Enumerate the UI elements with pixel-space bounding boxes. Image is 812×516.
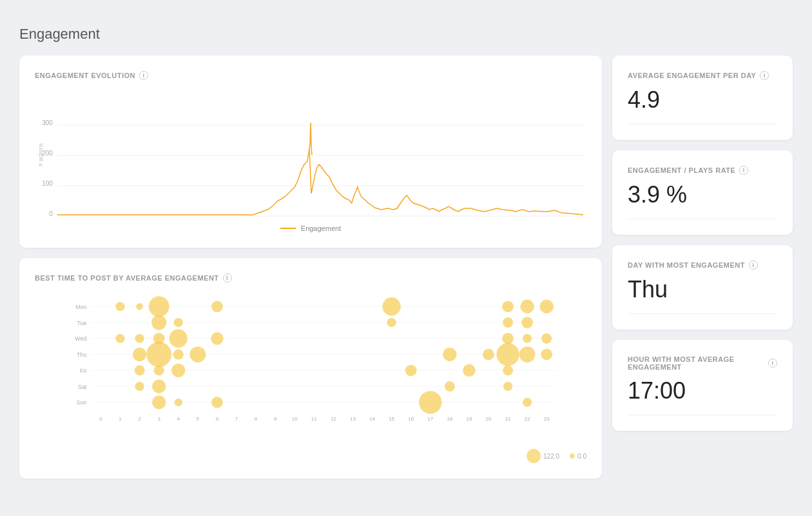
left-column: ENGAGEMENT EVOLUTION i 0 100 200 300 # a… — [19, 55, 602, 479]
hour-most-engagement-value: 17:00 — [628, 377, 777, 404]
svg-text:3: 3 — [157, 416, 160, 422]
bubble-chart-container: MonTueWedThuFriSatSun0123456789101112131… — [35, 293, 586, 463]
hour-most-engagement-card: HOUR WITH MOST AVERAGE ENGAGEMENT i 17:0… — [612, 340, 793, 431]
svg-text:16: 16 — [408, 416, 414, 422]
svg-point-64 — [382, 297, 400, 315]
engagement-legend: Engagement — [35, 224, 586, 232]
legend-line — [280, 228, 296, 229]
svg-point-103 — [419, 391, 441, 413]
svg-point-92 — [171, 364, 185, 377]
svg-text:13: 13 — [350, 416, 356, 422]
svg-point-71 — [503, 317, 513, 328]
svg-point-72 — [521, 317, 533, 328]
svg-text:21: 21 — [505, 416, 511, 422]
svg-point-90 — [135, 365, 145, 375]
svg-point-98 — [445, 381, 455, 392]
svg-text:11: 11 — [311, 416, 317, 422]
svg-point-88 — [519, 346, 536, 362]
svg-text:Sun: Sun — [77, 399, 87, 406]
svg-point-81 — [133, 348, 146, 361]
svg-text:100: 100 — [42, 180, 53, 187]
svg-point-80 — [541, 333, 552, 344]
svg-point-79 — [523, 334, 532, 343]
best-time-info-icon[interactable]: i — [223, 273, 232, 283]
engagement-plays-card: ENGAGEMENT / PLAYS RATE i 3.9 % — [612, 150, 793, 235]
day-most-engagement-label: DAY WITH MOST ENGAGEMENT i — [628, 261, 777, 270]
legend-circle-small — [570, 453, 575, 459]
svg-text:18: 18 — [447, 416, 452, 422]
svg-point-97 — [152, 379, 166, 393]
svg-point-100 — [152, 395, 166, 409]
svg-text:14: 14 — [369, 416, 375, 422]
svg-text:2: 2 — [138, 416, 141, 422]
svg-point-66 — [521, 300, 534, 313]
svg-point-94 — [463, 364, 475, 377]
main-layout: ENGAGEMENT EVOLUTION i 0 100 200 300 # a… — [19, 55, 793, 479]
svg-point-84 — [189, 346, 206, 362]
svg-text:7: 7 — [235, 416, 238, 422]
divider-4 — [628, 415, 777, 415]
day-most-engagement-card: DAY WITH MOST ENGAGEMENT i Thu — [612, 245, 793, 330]
engagement-plays-info-icon[interactable]: i — [739, 166, 748, 175]
bubble-legend-max: 122.0 — [527, 449, 559, 463]
engagement-evolution-chart: 0 100 200 300 # actions Apr '22 May '22 … — [35, 90, 586, 219]
engagement-line-chart-svg: 0 100 200 300 # actions Apr '22 May '22 … — [35, 90, 586, 219]
svg-point-65 — [502, 301, 514, 312]
svg-point-102 — [211, 397, 223, 408]
svg-text:9: 9 — [274, 416, 277, 422]
bubble-legend: 122.0 0.0 — [35, 449, 586, 463]
svg-point-86 — [483, 349, 494, 361]
engagement-evolution-info-icon[interactable]: i — [139, 71, 148, 80]
svg-text:Wed: Wed — [75, 335, 86, 342]
day-most-engagement-info-icon[interactable]: i — [749, 261, 758, 270]
avg-engagement-label: AVERAGE ENGAGEMENT PER DAY i — [628, 71, 777, 80]
svg-text:6: 6 — [216, 416, 219, 422]
avg-engagement-card: AVERAGE ENGAGEMENT PER DAY i 4.9 — [612, 55, 793, 140]
hour-most-engagement-info-icon[interactable]: i — [768, 359, 777, 368]
divider-3 — [628, 313, 777, 314]
svg-text:0: 0 — [99, 416, 102, 422]
svg-text:12: 12 — [331, 416, 336, 422]
engagement-plays-label: ENGAGEMENT / PLAYS RATE i — [628, 166, 777, 175]
svg-text:10: 10 — [292, 416, 298, 422]
svg-text:5: 5 — [197, 416, 200, 422]
svg-point-68 — [151, 315, 166, 330]
svg-text:Fri: Fri — [80, 368, 86, 374]
svg-point-89 — [541, 349, 552, 361]
svg-text:0: 0 — [49, 210, 53, 217]
svg-text:23: 23 — [544, 416, 550, 422]
svg-point-70 — [387, 318, 396, 327]
svg-point-85 — [443, 348, 456, 361]
svg-text:20: 20 — [486, 416, 492, 422]
engagement-evolution-title: ENGAGEMENT EVOLUTION i — [35, 71, 586, 80]
svg-point-95 — [503, 365, 513, 375]
svg-point-74 — [135, 334, 144, 343]
svg-point-69 — [174, 318, 183, 327]
engagement-evolution-card: ENGAGEMENT EVOLUTION i 0 100 200 300 # a… — [19, 55, 602, 248]
svg-text:300: 300 — [42, 119, 53, 126]
svg-point-99 — [503, 382, 512, 391]
svg-text:1: 1 — [119, 416, 122, 422]
svg-point-77 — [211, 332, 223, 344]
engagement-plays-value: 3.9 % — [628, 181, 777, 208]
page-title: Engagement — [19, 26, 793, 43]
svg-point-62 — [149, 296, 169, 317]
svg-point-104 — [523, 398, 532, 407]
svg-point-60 — [115, 302, 124, 311]
svg-text:Sat: Sat — [78, 384, 87, 390]
svg-text:22: 22 — [525, 416, 530, 422]
svg-point-96 — [135, 382, 144, 391]
svg-point-83 — [173, 350, 184, 360]
best-time-card: BEST TIME TO POST BY AVERAGE ENGAGEMENT … — [19, 258, 602, 479]
hour-most-engagement-label: HOUR WITH MOST AVERAGE ENGAGEMENT i — [628, 355, 777, 371]
svg-point-61 — [136, 303, 143, 310]
svg-point-73 — [115, 334, 124, 343]
svg-point-101 — [175, 399, 182, 406]
day-most-engagement-value: Thu — [628, 276, 777, 303]
svg-text:17: 17 — [427, 416, 433, 422]
avg-engagement-info-icon[interactable]: i — [760, 71, 769, 80]
divider-2 — [628, 219, 777, 219]
svg-point-67 — [540, 300, 554, 313]
svg-point-78 — [502, 333, 514, 344]
svg-point-63 — [211, 301, 223, 312]
